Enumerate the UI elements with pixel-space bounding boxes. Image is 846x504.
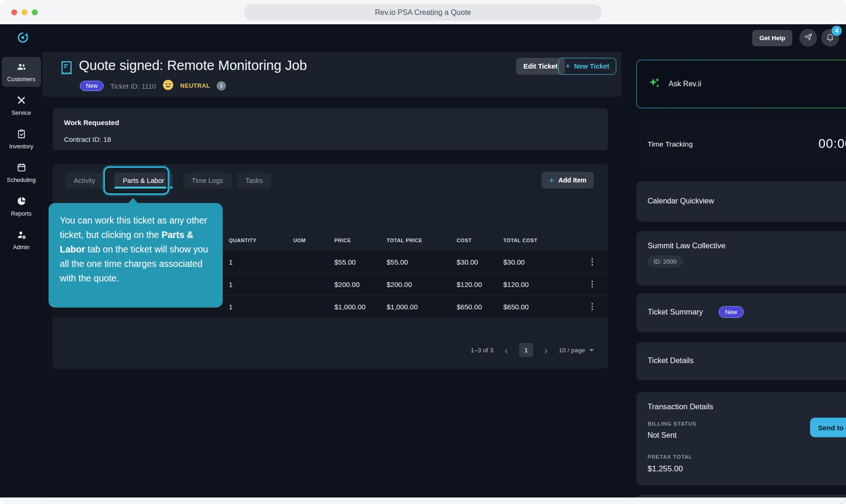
window-bottom-edge — [0, 497, 846, 504]
column-total-cost: TOTAL COST — [503, 238, 573, 243]
column-uom: UOM — [293, 238, 334, 243]
tab-parts-labor[interactable]: Parts & Labor — [114, 173, 173, 189]
time-tracking-card[interactable]: Time Tracking 00:00:00 — [636, 122, 846, 167]
time-tracking-label: Time Tracking — [648, 140, 693, 148]
zoom-window-button[interactable] — [32, 9, 38, 15]
cell-total-cost: $650.00 — [503, 303, 573, 311]
notification-count-badge: 4 — [832, 26, 842, 36]
edit-ticket-button[interactable]: Edit Ticket — [516, 58, 565, 75]
cell-price: $55.00 — [334, 258, 387, 266]
close-window-button[interactable] — [11, 9, 17, 15]
contract-id: Contract ID: 18 — [64, 135, 597, 143]
cell-cost: $120.00 — [457, 280, 503, 288]
cell-total-cost: $120.00 — [503, 280, 573, 288]
work-requested-card: Work Requested Contract ID: 18 — [53, 108, 608, 150]
cell-cost: $30.00 — [457, 258, 503, 266]
send-feedback-button[interactable] — [799, 29, 817, 47]
tutorial-tooltip: You can work this ticket as any other ti… — [49, 203, 223, 308]
sidebar-item-customers[interactable]: Customers — [2, 57, 41, 87]
ticket-details-label: Ticket Details — [648, 356, 693, 365]
row-menu-button[interactable] — [590, 256, 595, 267]
cell-price: $200.00 — [334, 280, 387, 288]
tab-time-logs[interactable]: Time Logs — [183, 173, 232, 189]
status-badge: New — [80, 81, 104, 91]
new-ticket-button[interactable]: + New Ticket — [558, 58, 616, 75]
cell-total-cost: $30.00 — [503, 258, 573, 266]
row-menu-button[interactable] — [590, 279, 595, 290]
sidebar-item-scheduling[interactable]: Scheduling — [2, 158, 41, 188]
billing-status-label: BILLING STATUS — [648, 421, 697, 427]
app-content: Get Help 4 — [0, 24, 846, 497]
ticket-summary-new-badge: New — [719, 306, 744, 318]
plus-icon: + — [549, 176, 554, 185]
page-size-select[interactable]: 10 / page — [559, 347, 594, 354]
ticket-tabs: Activity Parts & Labor Time Logs Tasks — [65, 173, 277, 189]
column-cost: COST — [457, 238, 503, 243]
scheduling-calendar-icon — [16, 162, 27, 175]
current-page-button[interactable]: 1 — [519, 343, 533, 357]
sentiment-label: NEUTRAL — [180, 83, 210, 89]
sparkles-icon — [648, 77, 661, 91]
plus-icon: + — [565, 62, 571, 70]
transaction-details-title: Transaction Details — [648, 402, 713, 411]
cell-price: $1,000.00 — [334, 303, 387, 311]
cell-total-price: $1,000.00 — [387, 303, 457, 311]
cell-quantity: 1 — [229, 280, 293, 288]
customers-people-icon — [16, 62, 27, 74]
inventory-clipboard-icon — [16, 129, 27, 141]
cell-total-price: $55.00 — [387, 258, 457, 266]
notifications-button[interactable]: 4 — [821, 29, 839, 47]
cell-quantity: 1 — [229, 258, 293, 266]
time-tracking-timer: 00:00:00 — [818, 137, 846, 151]
ticket-id: Ticket ID: 1110 — [110, 82, 156, 90]
neutral-face-icon — [162, 79, 174, 92]
right-panel: Ask Rev.ii Time Tracking 00:00:00 Calend… — [628, 52, 846, 497]
minimize-window-button[interactable] — [21, 9, 28, 15]
app-window: Rev.io PSA Creating a Quote Get Help — [0, 0, 846, 504]
get-help-button[interactable]: Get Help — [752, 30, 792, 46]
chevron-down-icon — [589, 349, 594, 351]
page-title: Quote signed: Remote Monitoring Job — [79, 58, 307, 73]
next-page-button[interactable]: › — [543, 345, 549, 355]
customer-name: Summit Law Collective — [648, 241, 726, 250]
previous-page-button[interactable]: ‹ — [504, 345, 509, 355]
ticket-meta-row: New Ticket ID: 1110 NEUTRAL i — [80, 80, 226, 92]
traffic-lights — [11, 9, 38, 15]
column-total-price: TOTAL PRICE — [387, 238, 457, 243]
ask-revii-label: Ask Rev.ii — [669, 80, 701, 88]
ticket-details-card[interactable]: Ticket Details — [636, 342, 846, 380]
revio-logo-icon[interactable] — [17, 31, 29, 47]
billing-status-value: Not Sent — [648, 431, 677, 440]
row-menu-button[interactable] — [590, 301, 595, 312]
sidebar-item-admin[interactable]: Admin — [2, 225, 41, 255]
calendar-quickview-card[interactable]: Calendar Quickview — [636, 181, 846, 222]
tab-tasks[interactable]: Tasks — [237, 173, 271, 189]
ask-revii-card[interactable]: Ask Rev.ii — [636, 60, 846, 108]
service-tools-icon — [16, 95, 27, 107]
pagination: 1–3 of 3 ‹ 1 › 10 / page — [471, 343, 594, 357]
paper-plane-icon — [804, 32, 813, 43]
top-nav: Get Help 4 — [0, 24, 846, 52]
sidebar-item-inventory[interactable]: Inventory — [2, 124, 41, 154]
pagination-range: 1–3 of 3 — [471, 347, 494, 354]
add-item-button[interactable]: + Add Item — [542, 172, 594, 189]
ticket-summary-card[interactable]: Ticket Summary New — [636, 293, 846, 332]
customer-card[interactable]: Summit Law Collective ID: 2000 — [636, 231, 846, 286]
column-price: PRICE — [334, 238, 387, 243]
pretax-total-label: PRETAX TOTAL — [648, 454, 692, 460]
left-sidebar: Customers Service — [0, 52, 42, 497]
transaction-details-card: Transaction Details BILLING STATUS Not S… — [636, 392, 846, 485]
ticket-receipt-icon — [60, 60, 73, 78]
sidebar-item-reports[interactable]: Reports — [2, 191, 41, 221]
admin-user-gear-icon — [16, 230, 27, 242]
pretax-total-value: $1,255.00 — [648, 464, 683, 474]
info-icon[interactable]: i — [217, 81, 226, 91]
sidebar-item-service[interactable]: Service — [2, 91, 41, 120]
send-to-button[interactable]: Send to — [810, 418, 846, 437]
tab-activity[interactable]: Activity — [65, 173, 104, 189]
cell-total-price: $200.00 — [387, 280, 457, 288]
work-requested-title: Work Requested — [64, 119, 597, 126]
window-title: Rev.io PSA Creating a Quote — [244, 4, 602, 21]
tooltip-arrow — [128, 198, 138, 203]
reports-pie-chart-icon — [16, 196, 27, 208]
